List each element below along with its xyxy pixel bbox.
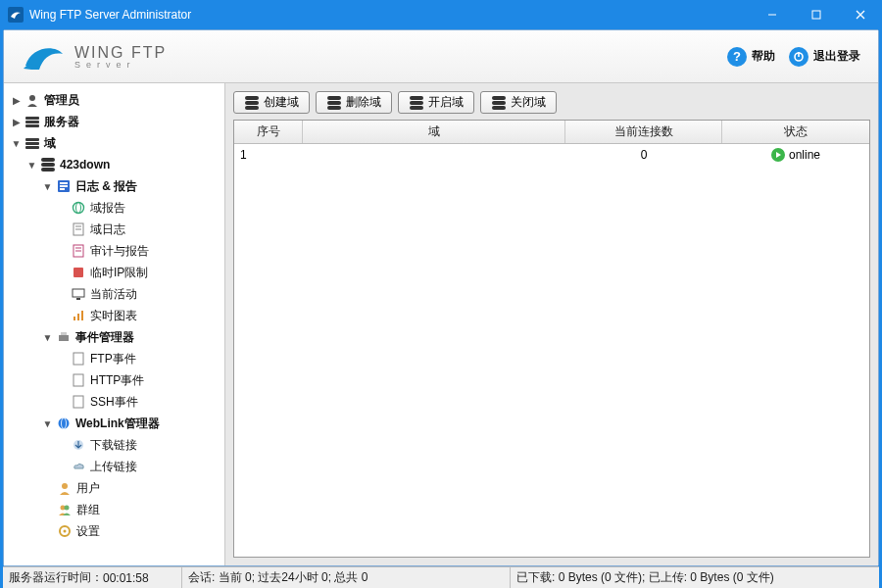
tree-ssh-events[interactable]: SSH事件 (6, 391, 222, 413)
tree-domains[interactable]: ▼ 域 (6, 132, 222, 154)
tree-current-activity[interactable]: 当前活动 (6, 283, 222, 305)
delete-domain-button[interactable]: 删除域 (316, 91, 392, 114)
col-domain[interactable]: 域 (303, 121, 565, 143)
status-sessions: 会话: 当前 0; 过去24小时 0; 总共 0 (182, 567, 511, 588)
page-icon (71, 394, 86, 410)
btn-label: 开启域 (428, 94, 464, 111)
svg-point-37 (64, 530, 67, 533)
chevron-down-icon: ▼ (41, 180, 54, 193)
cell-index: 1 (234, 148, 303, 162)
brand-sub: Server (74, 60, 167, 70)
svg-rect-20 (73, 289, 84, 297)
group-icon (57, 502, 73, 517)
chevron-down-icon: ▼ (25, 159, 38, 172)
shield-icon (71, 265, 86, 280)
gear-icon (57, 523, 73, 539)
tree-label: HTTP事件 (90, 372, 144, 389)
stack-icon (409, 95, 424, 111)
close-button[interactable] (838, 0, 882, 29)
stop-domain-button[interactable]: 关闭域 (480, 91, 557, 114)
tree-event-manager[interactable]: ▼ 事件管理器 (6, 326, 222, 348)
col-connections[interactable]: 当前连接数 (565, 121, 722, 143)
tree-realtime-chart[interactable]: 实时图表 (6, 305, 222, 326)
nav-tree[interactable]: ▶ 管理员 ▶ 服务器 ▼ 域 ▼ 423down ▼ 日志 & 报告 域报告 (4, 83, 225, 565)
domain-toolbar: 创建域 删除域 开启域 关闭域 (233, 91, 870, 114)
tree-label: 群组 (76, 502, 100, 518)
svg-rect-25 (59, 335, 69, 341)
tree-settings[interactable]: 设置 (6, 520, 222, 542)
col-status[interactable]: 状态 (722, 121, 869, 143)
btn-label: 关闭域 (511, 94, 546, 111)
globe-icon (71, 200, 86, 216)
tree-label: 下载链接 (90, 437, 137, 454)
upload-icon (71, 459, 86, 474)
tree-label: 审计与报告 (90, 243, 149, 260)
tree-label: SSH事件 (90, 394, 138, 411)
page-icon (71, 372, 86, 388)
tree-audit-report[interactable]: 审计与报告 (6, 240, 222, 262)
status-transfer: 已下载: 0 Bytes (0 文件); 已上传: 0 Bytes (0 文件) (511, 567, 879, 588)
tree-download-links[interactable]: 下载链接 (6, 434, 222, 456)
tree-label: 实时图表 (90, 308, 137, 324)
tree-upload-links[interactable]: 上传链接 (6, 456, 222, 477)
download-icon (71, 437, 86, 453)
tree-label: WebLink管理器 (75, 416, 160, 432)
tree-logs-section[interactable]: ▼ 日志 & 报告 (6, 175, 222, 197)
tree-label: 423down (60, 158, 110, 172)
tree-label: 上传链接 (90, 459, 137, 475)
monitor-icon (71, 286, 86, 302)
tree-label: 域报告 (90, 200, 125, 217)
svg-rect-27 (74, 353, 83, 365)
svg-rect-8 (60, 182, 68, 184)
svg-point-30 (59, 418, 70, 429)
tree-domain-log[interactable]: 域日志 (6, 219, 222, 240)
page-icon (71, 221, 86, 237)
stack-icon (491, 95, 507, 111)
stack-icon (326, 95, 342, 111)
svg-rect-19 (74, 268, 83, 277)
svg-point-33 (62, 483, 68, 489)
logout-button[interactable]: 退出登录 (789, 47, 860, 67)
server-icon (24, 114, 40, 129)
power-icon (789, 47, 808, 67)
tree-users[interactable]: 用户 (6, 477, 222, 499)
cell-connections: 0 (565, 148, 722, 162)
tree-ftp-events[interactable]: FTP事件 (6, 348, 222, 369)
maximize-button[interactable] (794, 0, 838, 29)
disks-icon (40, 157, 56, 172)
start-domain-button[interactable]: 开启域 (398, 91, 474, 114)
help-icon: ? (727, 47, 747, 67)
tree-label: 服务器 (44, 114, 79, 130)
tree-http-events[interactable]: HTTP事件 (6, 369, 222, 391)
svg-point-35 (65, 506, 70, 511)
help-button[interactable]: ? 帮助 (727, 47, 775, 67)
admin-icon (24, 92, 40, 108)
svg-rect-29 (74, 396, 83, 408)
svg-rect-24 (81, 311, 83, 320)
chevron-right-icon: ▶ (10, 94, 23, 107)
tree-groups[interactable]: 群组 (6, 499, 222, 520)
tree-temp-ip-limit[interactable]: 临时IP限制 (6, 262, 222, 283)
tree-admin[interactable]: ▶ 管理员 (6, 89, 222, 111)
chevron-down-icon: ▼ (41, 417, 54, 430)
status-bar: 服务器运行时间： 00:01:58 会话: 当前 0; 过去24小时 0; 总共… (3, 566, 879, 588)
grid-header: 序号 域 当前连接数 状态 (234, 121, 869, 144)
tree-servers[interactable]: ▶ 服务器 (6, 111, 222, 132)
tree-domain-report[interactable]: 域报告 (6, 197, 222, 219)
cell-status: online (722, 148, 869, 162)
tree-label: 日志 & 报告 (75, 178, 137, 195)
tree-domain-423down[interactable]: ▼ 423down (6, 154, 222, 175)
help-label: 帮助 (752, 48, 775, 65)
svg-rect-9 (60, 185, 68, 187)
svg-marker-38 (776, 152, 781, 158)
table-row[interactable]: 1 0 online (234, 144, 869, 166)
app-icon (8, 7, 24, 23)
chevron-right-icon: ▶ (10, 116, 23, 128)
tree-weblink-manager[interactable]: ▼ WebLink管理器 (6, 413, 222, 434)
main-panel: 创建域 删除域 开启域 关闭域 序号 域 当前连接数 状态 (225, 83, 878, 565)
svg-point-6 (29, 95, 35, 101)
create-domain-button[interactable]: 创建域 (233, 91, 310, 114)
tree-label: 管理员 (44, 92, 79, 109)
minimize-button[interactable] (750, 0, 794, 29)
col-index[interactable]: 序号 (234, 121, 303, 143)
